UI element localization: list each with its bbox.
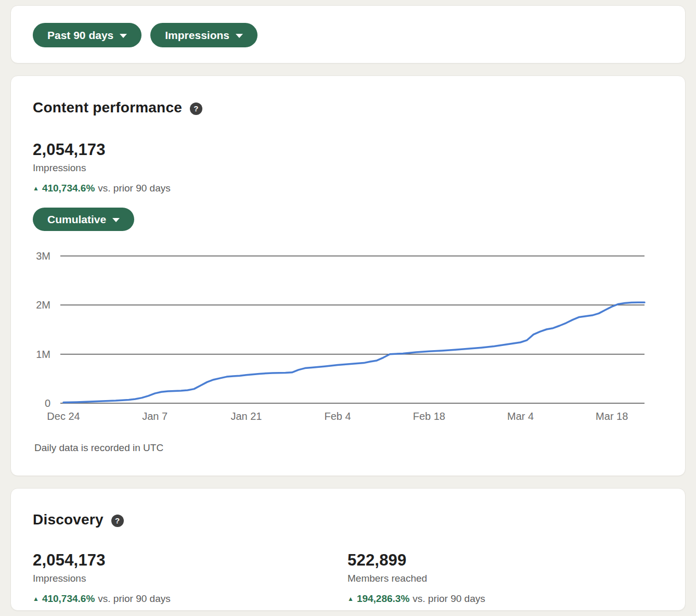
discovery-impressions-label: Impressions <box>33 573 347 584</box>
triangle-up-icon: ▲ <box>33 595 39 602</box>
metric-filter-button[interactable]: Impressions <box>150 23 257 47</box>
members-reached-value: 522,899 <box>347 551 663 570</box>
metric-filter-label: Impressions <box>165 29 229 42</box>
content-performance-title: Content performance <box>33 99 182 116</box>
chart-area[interactable]: 3M2M1M0 Dec 24Jan 7Jan 21Feb 4Feb 18Mar … <box>11 240 686 427</box>
svg-text:Jan 21: Jan 21 <box>230 410 262 422</box>
impressions-change-suffix: vs. prior 90 days <box>98 183 170 194</box>
members-reached-change: ▲ 194,286.3% vs. prior 90 days <box>347 593 663 605</box>
chart-view-dropdown-button[interactable]: Cumulative <box>33 208 134 231</box>
chart-view-label: Cumulative <box>47 213 106 226</box>
content-performance-card: Content performance ? 2,054,173 Impressi… <box>10 75 686 476</box>
impressions-change: ▲ 410,734.6% vs. prior 90 days <box>33 183 663 194</box>
filter-pill-row: Past 90 days Impressions <box>11 6 685 47</box>
discovery-title: Discovery <box>33 511 104 528</box>
members-reached-label: Members reached <box>347 573 663 584</box>
discovery-impressions-change-suffix: vs. prior 90 days <box>98 593 170 605</box>
cumulative-line-chart: 3M2M1M0 Dec 24Jan 7Jan 21Feb 4Feb 18Mar … <box>11 240 686 427</box>
discovery-stats-row: 2,054,173 Impressions ▲ 410,734.6% vs. p… <box>11 528 685 605</box>
impressions-stat: 2,054,173 Impressions ▲ 410,734.6% vs. p… <box>11 116 685 194</box>
svg-text:Mar 4: Mar 4 <box>507 410 534 422</box>
impressions-value: 2,054,173 <box>33 140 663 159</box>
content-performance-header: Content performance ? <box>11 76 685 116</box>
members-reached-change-suffix: vs. prior 90 days <box>413 593 485 605</box>
help-icon[interactable]: ? <box>111 515 124 527</box>
discovery-impressions-value: 2,054,173 <box>33 551 347 570</box>
svg-text:3M: 3M <box>36 250 50 262</box>
y-axis-labels: 3M2M1M0 <box>36 250 50 409</box>
caret-down-icon <box>120 34 127 38</box>
members-reached-stat: 522,899 Members reached ▲ 194,286.3% vs.… <box>347 551 663 605</box>
filter-bar-card: Past 90 days Impressions <box>10 5 686 63</box>
svg-text:1M: 1M <box>36 349 50 360</box>
triangle-up-icon: ▲ <box>347 595 354 602</box>
svg-text:2M: 2M <box>36 299 50 311</box>
y-gridlines <box>60 256 645 403</box>
svg-text:0: 0 <box>45 397 50 409</box>
impressions-label: Impressions <box>33 162 663 174</box>
discovery-impressions-change-percent: 410,734.6% <box>42 593 95 605</box>
help-glyph: ? <box>194 104 198 113</box>
x-axis-labels: Dec 24Jan 7Jan 21Feb 4Feb 18Mar 4Mar 18 <box>47 410 628 422</box>
svg-text:Dec 24: Dec 24 <box>47 410 80 422</box>
members-reached-change-percent: 194,286.3% <box>357 593 409 605</box>
date-range-filter-button[interactable]: Past 90 days <box>33 23 141 47</box>
chart-footnote: Daily data is recorded in UTC <box>34 442 163 454</box>
impressions-line <box>63 302 645 402</box>
svg-text:Feb 4: Feb 4 <box>325 410 351 422</box>
help-glyph: ? <box>115 516 120 525</box>
discovery-impressions-change: ▲ 410,734.6% vs. prior 90 days <box>33 593 347 605</box>
impressions-change-percent: 410,734.6% <box>42 183 95 194</box>
caret-down-icon <box>236 34 243 38</box>
svg-text:Jan 7: Jan 7 <box>142 410 167 422</box>
svg-text:Feb 18: Feb 18 <box>413 410 445 422</box>
caret-down-icon <box>112 218 120 222</box>
discovery-card: Discovery ? 2,054,173 Impressions ▲ 410,… <box>10 488 686 611</box>
discovery-header: Discovery ? <box>11 489 685 528</box>
help-icon[interactable]: ? <box>190 102 202 115</box>
date-range-filter-label: Past 90 days <box>47 29 113 42</box>
discovery-impressions-stat: 2,054,173 Impressions ▲ 410,734.6% vs. p… <box>33 551 347 605</box>
triangle-up-icon: ▲ <box>33 185 39 192</box>
svg-text:Mar 18: Mar 18 <box>596 410 628 422</box>
